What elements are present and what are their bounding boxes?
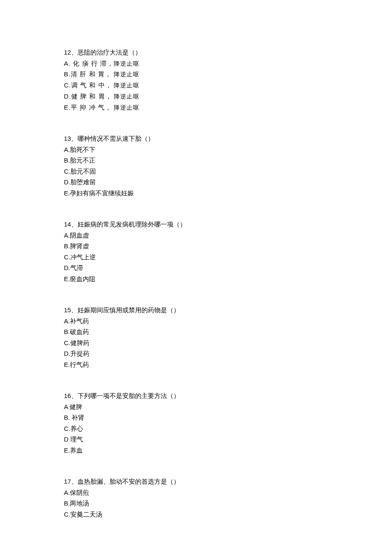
option-left: A. 化 痰 行 滞， [64,58,114,69]
option-right: 降逆止呕 [114,80,139,91]
question-15-option-b: B.破血药 [64,326,328,337]
option-right: 降逆止呕 [114,91,139,102]
question-13: 13、哪种情况不需从速下胎（） A.胎死不下 B.胎元不正 C.胎元不固 D.胎… [64,133,328,198]
question-17: 17、血热胎漏、胎动不安的首选方是（） A.保阴煎 B.两地汤 C.安奠二天汤 [64,476,328,520]
question-12-option-c: C.调 气 和 中， 降逆止呕 [64,80,139,91]
question-12-option-b: B.清 肝 和 胃， 降逆止呕 [64,69,139,80]
question-17-option-a: A.保阴煎 [64,487,328,498]
question-17-stem: 17、血热胎漏、胎动不安的首选方是（） [64,476,328,487]
question-13-option-c: C.胎元不固 [64,166,328,177]
option-left: B.清 肝 和 胃， [64,69,114,80]
option-right: 降逆止呕 [114,102,139,113]
question-14: 14、妊娠病的常见发病机理除外哪一项（） A.阴血虚 B.脾肾虚 C.冲气上逆 … [64,219,328,284]
question-17-option-b: B.两地汤 [64,498,328,509]
question-16-option-e: E.养血 [64,445,328,456]
question-14-option-b: B.脾肾虚 [64,241,328,252]
option-right: 降逆止呕 [114,69,139,80]
question-12-stem: 12、恶阻的治疗大法是（） [64,47,328,58]
option-left: C.调 气 和 中， [64,80,114,91]
question-13-option-d: D.胎堕难留 [64,177,328,188]
question-15-stem: 15、妊娠期间应慎用或禁用的药物是（） [64,305,328,316]
question-16-option-b: B. 补肾 [64,412,328,423]
question-12-options-table: A. 化 痰 行 滞， 降逆止呕 B.清 肝 和 胃， 降逆止呕 C.调 气 和… [64,58,139,113]
question-14-option-d: D.气滞 [64,262,328,273]
question-14-option-e: E.瘀血内阻 [64,273,328,285]
question-15-option-c: C.健脾药 [64,337,328,349]
option-right: 降逆止呕 [114,58,139,69]
question-16-option-a: A 健脾 [64,401,328,413]
question-16: 16、下列哪一项不是安胎的主要方法（） A 健脾 B. 补肾 C.养心 D 理气… [64,390,328,456]
question-14-option-c: C.冲气上逆 [64,252,328,263]
question-16-option-c: C.养心 [64,423,328,434]
question-15-option-a: A.补气药 [64,316,328,327]
question-16-option-d: D 理气 [64,434,328,445]
document-page: 12、恶阻的治疗大法是（） A. 化 痰 行 滞， 降逆止呕 B.清 肝 和 胃… [0,0,392,555]
question-14-option-a: A.阴血虚 [64,230,328,241]
question-13-stem: 13、哪种情况不需从速下胎（） [64,133,328,144]
question-14-stem: 14、妊娠病的常见发病机理除外哪一项（） [64,219,328,230]
question-12-option-a: A. 化 痰 行 滞， 降逆止呕 [64,58,139,69]
question-13-option-b: B.胎元不正 [64,155,328,166]
question-12: 12、恶阻的治疗大法是（） A. 化 痰 行 滞， 降逆止呕 B.清 肝 和 胃… [64,47,328,113]
question-12-option-e: E.平 抑 冲 气， 降逆止呕 [64,102,139,113]
option-left: E.平 抑 冲 气， [64,102,114,113]
option-left: D.健 脾 和 胃， [64,91,114,102]
question-17-option-c: C.安奠二天汤 [64,509,328,520]
question-13-option-e: E.孕妇有病不宜继续妊娠 [64,188,328,199]
question-15-option-e: E.行气药 [64,359,328,370]
question-16-stem: 16、下列哪一项不是安胎的主要方法（） [64,390,328,401]
question-15: 15、妊娠期间应慎用或禁用的药物是（） A.补气药 B.破血药 C.健脾药 D.… [64,305,328,370]
question-15-option-d: D.升提药 [64,348,328,359]
question-12-option-d: D.健 脾 和 胃， 降逆止呕 [64,91,139,102]
question-13-option-a: A.胎死不下 [64,144,328,155]
